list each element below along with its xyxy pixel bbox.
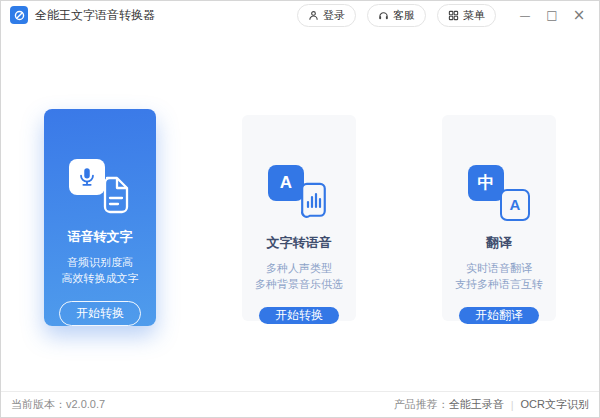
close-button[interactable]: × (567, 4, 591, 26)
text-to-speech-icon: A (268, 165, 330, 221)
customer-service-button[interactable]: 客服 (367, 4, 426, 27)
maximize-button[interactable]: □ (540, 4, 564, 26)
minimize-button[interactable]: — (513, 4, 537, 26)
chinese-character-icon: 中 (468, 165, 504, 201)
login-label: 登录 (323, 8, 345, 23)
card-description-line2: 支持多种语言互转 (455, 276, 543, 292)
main-content: 语音转文字 音频识别度高 高效转换成文字 开始转换 A (1, 29, 599, 391)
card-description: 实时语音翻译 支持多种语言互转 (455, 260, 543, 292)
user-icon (308, 10, 319, 21)
promo-divider: | (511, 399, 514, 411)
login-button[interactable]: 登录 (297, 4, 356, 27)
card-description-line1: 多种人声类型 (255, 260, 343, 276)
card-description-line1: 音频识别度高 (62, 254, 139, 270)
card-text-to-speech[interactable]: A 文字转语音 多种人声类型 多种背景音乐供选 开始转换 (242, 115, 356, 321)
card-translate[interactable]: 中 A 翻译 实时语音翻译 支持多种语言互转 开始翻译 (442, 115, 556, 321)
promo-link-ocr[interactable]: OCR文字识别 (521, 397, 589, 412)
card-description-line1: 实时语音翻译 (455, 260, 543, 276)
version-text: 当前版本：v2.0.0.7 (11, 397, 105, 412)
card-title: 语音转文字 (68, 228, 133, 246)
card-description: 多种人声类型 多种背景音乐供选 (255, 260, 343, 292)
promo-link-recorder[interactable]: 全能王录音 (449, 397, 504, 412)
menu-button[interactable]: 菜单 (437, 4, 496, 27)
card-description-line2: 高效转换成文字 (62, 270, 139, 286)
menu-label: 菜单 (463, 8, 485, 23)
letter-a-outline-icon: A (500, 189, 530, 221)
card-description-line2: 多种背景音乐供选 (255, 276, 343, 292)
titlebar: 全能王文字语音转换器 登录 (1, 1, 599, 29)
window-controls: — □ × (510, 4, 591, 26)
app-window: 全能王文字语音转换器 登录 (0, 0, 600, 418)
feature-cards: 语音转文字 音频识别度高 高效转换成文字 开始转换 A (1, 109, 599, 326)
customer-service-label: 客服 (393, 8, 415, 23)
app-logo-sync-icon (10, 6, 28, 24)
titlebar-actions: 登录 客服 (286, 4, 591, 27)
app-title: 全能王文字语音转换器 (35, 7, 155, 24)
grid-menu-icon (448, 10, 459, 21)
headset-icon (378, 10, 389, 21)
audio-document-icon (296, 181, 330, 221)
document-icon (97, 175, 131, 215)
card-description: 音频识别度高 高效转换成文字 (62, 254, 139, 286)
start-translate-button[interactable]: 开始翻译 (459, 307, 539, 324)
card-speech-to-text[interactable]: 语音转文字 音频识别度高 高效转换成文字 开始转换 (44, 109, 156, 326)
card-title: 翻译 (486, 234, 512, 252)
promo-label: 产品推荐： (394, 397, 449, 412)
statusbar: 当前版本：v2.0.0.7 产品推荐： 全能王录音 | OCR文字识别 (1, 391, 599, 417)
start-convert-button[interactable]: 开始转换 (259, 307, 339, 324)
card-title: 文字转语音 (267, 234, 332, 252)
product-recommendations: 产品推荐： 全能王录音 | OCR文字识别 (394, 397, 589, 412)
speech-to-text-icon (69, 159, 131, 215)
start-convert-button[interactable]: 开始转换 (59, 301, 141, 326)
translate-icon: 中 A (468, 165, 530, 221)
